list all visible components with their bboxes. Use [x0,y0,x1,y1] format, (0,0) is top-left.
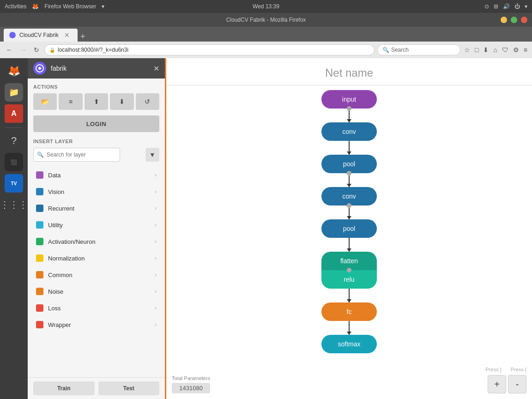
sidebar-item-common[interactable]: Common › [33,267,159,283]
net-name-header: Net name [166,58,532,85]
chevron-right-icon: › [155,305,157,311]
dropdown-icon: ▾ [525,3,527,10]
shield-icon[interactable]: 🛡 [501,45,509,54]
category-label: Normalization [48,255,155,262]
open-file-button[interactable]: 📂 [33,93,57,110]
node-box-conv1[interactable]: conv [321,122,377,141]
tab-bar: CloudCV Fabrik ✕ + [0,27,532,42]
settings-icon[interactable]: ⚙ [512,45,520,54]
zoom-out-button[interactable]: - [508,375,526,393]
category-label: Common [48,272,155,278]
close-button[interactable] [521,17,527,23]
import-button[interactable]: ⬆ [85,93,108,110]
dock-item-apps[interactable]: ⋮⋮⋮ [5,195,23,214]
canvas-area: Net name input conv [166,58,532,399]
node-conv2[interactable]: conv [187,187,511,219]
sidebar-item-recurrent[interactable]: Recurrent › [33,200,159,216]
browser-tab[interactable]: CloudCV Fabrik ✕ [4,29,78,42]
category-label: Data [48,172,155,179]
url-box[interactable]: 🔒 localhost:8000/#/?_k=du6n3i [44,44,375,55]
node-pool1[interactable]: pool [187,155,511,187]
category-dot [36,321,43,328]
node-conv1[interactable]: conv [187,122,511,155]
dock-item-files[interactable]: 📁 [5,83,23,102]
sidebar-close-button[interactable]: ✕ [153,64,159,73]
chevron-right-icon: › [155,255,157,261]
node-combined-box[interactable]: flatten relu [321,252,377,289]
train-button[interactable]: Train [33,381,95,395]
dock-item-teamviewer[interactable]: TV [5,174,23,193]
browser-label[interactable]: Firefox Web Browser [44,3,96,10]
search-placeholder: Search [391,47,409,53]
refresh-model-button[interactable]: ↺ [136,93,159,110]
export-button[interactable]: ≡ [59,93,82,110]
node-box-softmax[interactable]: softmax [321,335,377,353]
home-icon[interactable]: ⌂ [492,45,498,54]
sidebar-item-wrapper[interactable]: Wrapper › [33,317,159,332]
dock-item-terminal[interactable]: ⬛ [5,153,23,171]
sidebar-item-utility[interactable]: Utility › [33,217,159,233]
bottom-buttons: Train Test [28,377,165,399]
node-flatten-relu[interactable]: flatten relu [187,252,511,302]
filter-button[interactable]: ▼ [145,148,159,162]
insert-layer-label: INSERT LAYER [33,139,159,144]
net-name[interactable]: Net name [325,66,373,79]
action-buttons: 📂 ≡ ⬆ ⬇ ↺ [33,93,159,110]
zoom-buttons: + - [488,375,526,393]
node-relu[interactable]: relu [321,270,377,289]
dock-item-help[interactable]: ? [5,132,23,150]
minimize-button[interactable] [501,17,507,23]
sidebar-title: fabrik [51,65,66,72]
chevron-right-icon: › [155,321,157,328]
chevron-right-icon: › [155,172,157,178]
node-box-pool2[interactable]: pool [321,219,377,238]
datetime: Wed 13:39 [253,3,279,10]
pocket-icon[interactable]: □ [474,45,479,54]
zoom-in-button[interactable]: + [488,375,506,393]
node-input[interactable]: input [187,90,511,122]
back-button[interactable]: ← [4,45,15,54]
sidebar-item-loss[interactable]: Loss › [33,300,159,316]
search-row: 🔍 ▼ [33,148,159,162]
node-softmax[interactable]: softmax [187,335,511,353]
bookmark-star-icon[interactable]: ☆ [463,45,471,54]
node-fc[interactable]: fc [187,302,511,335]
menu-icon[interactable]: ≡ [523,45,528,54]
canvas-inner[interactable]: input conv pool [166,85,532,399]
sidebar-item-activation-neuron[interactable]: Activation/Neuron › [33,234,159,249]
node-box-conv2[interactable]: conv [321,187,377,206]
forward-button[interactable]: → [18,45,29,54]
sidebar-item-vision[interactable]: Vision › [33,184,159,200]
dock-item-font[interactable]: A [5,104,23,123]
dock-item-firefox[interactable]: 🦊 [5,62,23,80]
node-flatten[interactable]: flatten [321,252,377,270]
refresh-button[interactable]: ↻ [31,45,42,54]
main-content: 🦊 📁 A ? ⬛ TV ⋮⋮⋮ fabrik ✕ ACTIONS 📂 ≡ ⬆ … [0,58,532,399]
zoom-controls: Press ] Press [ + - [486,367,526,393]
sidebar-item-normalization[interactable]: Normalization › [33,250,159,266]
search-icon: 🔍 [382,47,389,53]
download-icon[interactable]: ⬇ [482,45,490,54]
layer-search-input[interactable] [33,148,120,162]
maximize-button[interactable] [511,17,517,23]
node-box-fc[interactable]: fc [321,302,377,321]
svg-point-1 [38,67,41,70]
category-dot [36,271,43,278]
new-tab-button[interactable]: + [80,32,85,42]
test-button[interactable]: Test [98,381,160,395]
node-box-pool1[interactable]: pool [321,155,377,173]
chevron-right-icon: › [155,288,157,295]
tab-close-button[interactable]: ✕ [64,31,70,39]
sidebar-item-data[interactable]: Data › [33,167,159,183]
download-model-button[interactable]: ⬇ [110,93,133,110]
params-panel: Total Parameters 1431080 [172,375,210,393]
sidebar-item-noise[interactable]: Noise › [33,284,159,299]
url-text: localhost:8000/#/?_k=du6n3i [58,47,128,53]
node-dot-input [347,106,351,111]
login-button[interactable]: LOGIN [33,115,159,132]
node-pool2[interactable]: pool [187,219,511,252]
browser-search-box[interactable]: 🔍 Search [377,44,460,55]
combined-dot [347,268,351,272]
activities-label[interactable]: Activities [5,3,26,10]
node-box-input[interactable]: input [321,90,377,109]
